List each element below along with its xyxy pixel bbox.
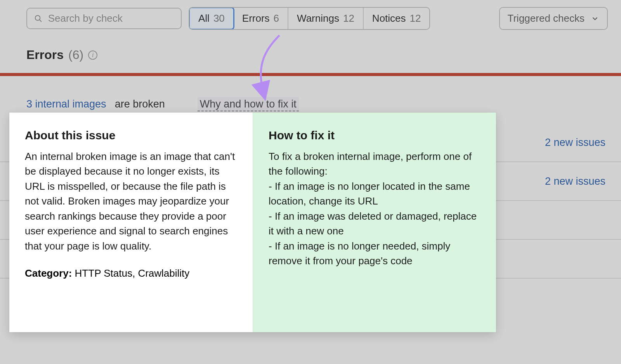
tab-errors[interactable]: Errors 6 — [234, 8, 288, 29]
category-label: Category: — [25, 267, 72, 279]
why-and-how-link[interactable]: Why and how to fix it — [198, 97, 299, 111]
section-count: (6) — [68, 48, 83, 62]
dropdown-label: Triggered checks — [508, 12, 585, 24]
svg-point-0 — [35, 15, 40, 20]
tab-label: Notices — [372, 12, 406, 24]
new-issues-link[interactable]: 2 new issues — [545, 137, 605, 149]
svg-line-1 — [40, 20, 42, 22]
new-issues-link[interactable]: 2 new issues — [545, 175, 605, 187]
search-icon — [34, 14, 43, 23]
category-line: Category: HTTP Status, Crawlability — [25, 267, 237, 279]
fix-title: How to fix it — [269, 129, 480, 142]
about-body: An internal broken image is an image tha… — [25, 149, 237, 253]
tab-warnings[interactable]: Warnings 12 — [288, 8, 364, 29]
info-icon[interactable]: i — [88, 50, 97, 60]
tab-count: 6 — [274, 12, 279, 24]
tab-count: 30 — [213, 12, 225, 24]
issue-link[interactable]: 3 internal images — [26, 98, 106, 110]
fix-panel: How to fix it To fix a broken internal i… — [253, 113, 496, 332]
issue-text: are broken — [115, 98, 165, 110]
tab-all[interactable]: All 30 — [189, 7, 234, 30]
tab-count: 12 — [410, 12, 421, 24]
tab-label: Warnings — [297, 12, 339, 24]
about-title: About this issue — [25, 129, 237, 142]
error-divider — [0, 73, 621, 76]
category-value: HTTP Status, Crawlability — [75, 267, 190, 279]
chevron-down-icon — [591, 14, 599, 23]
tab-label: All — [198, 12, 210, 24]
section-title: Errors — [26, 48, 64, 62]
search-input[interactable] — [48, 12, 174, 24]
tab-count: 12 — [343, 12, 354, 24]
triggered-checks-dropdown[interactable]: Triggered checks — [499, 7, 608, 30]
section-header: Errors (6) i — [0, 38, 621, 73]
tab-notices[interactable]: Notices 12 — [364, 8, 430, 29]
issue-explainer-popup: About this issue An internal broken imag… — [9, 113, 496, 332]
filter-tabs: All 30 Errors 6 Warnings 12 Notices 12 — [189, 7, 430, 30]
fix-body: To fix a broken internal image, perform … — [269, 149, 480, 269]
tab-label: Errors — [242, 12, 270, 24]
toolbar: All 30 Errors 6 Warnings 12 Notices 12 T… — [0, 7, 621, 38]
search-box[interactable] — [26, 8, 182, 29]
about-panel: About this issue An internal broken imag… — [9, 113, 253, 332]
